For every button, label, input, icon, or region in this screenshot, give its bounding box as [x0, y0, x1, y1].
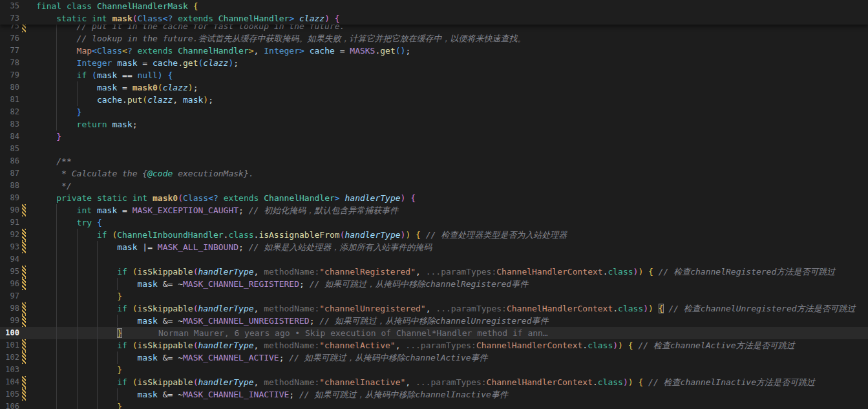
line-number[interactable]: 82 [0, 106, 19, 118]
code-token: mask [138, 353, 158, 362]
code-content [36, 253, 868, 266]
code-line[interactable]: 102mask &= ~MASK_CHANNEL_ACTIVE; // 如果可跳… [0, 351, 868, 364]
indentation [36, 180, 56, 192]
indent-guide [56, 118, 57, 131]
code-line[interactable]: 97} [0, 290, 868, 302]
gutter-modified-marker[interactable] [22, 388, 26, 401]
line-number[interactable]: 97 [0, 290, 19, 302]
code-line[interactable]: 87 * Calculate the {@code executionMask}… [0, 167, 868, 180]
line-number[interactable]: 35 [0, 0, 19, 12]
code-line[interactable]: 95if (isSkippable(handlerType, methodNam… [0, 266, 868, 278]
line-number[interactable]: 88 [0, 180, 19, 192]
code-line[interactable]: 99mask &= ~MASK_CHANNEL_UNREGISTERED; //… [0, 315, 868, 327]
code-line[interactable]: 91try { [0, 216, 868, 229]
gutter-modified-marker[interactable] [22, 229, 26, 241]
line-number[interactable]: 83 [0, 118, 19, 131]
gutter-modified-marker[interactable] [22, 204, 26, 216]
line-number[interactable]: 87 [0, 167, 19, 180]
line-number[interactable]: 78 [0, 57, 19, 69]
line-number[interactable]: 84 [0, 131, 19, 143]
code-line[interactable]: 76// lookup in the future.尝试首先从缓存中获取掩码。如… [0, 32, 868, 45]
line-number[interactable]: 94 [0, 253, 19, 266]
code-token: ) [643, 304, 648, 313]
code-line[interactable]: 106} [0, 401, 868, 409]
code-line[interactable]: 78Integer mask = cache.get(clazz); [0, 57, 868, 69]
code-line[interactable]: 77Map<Class<? extends ChannelHandler>, I… [0, 45, 868, 57]
line-number[interactable]: 90 [0, 204, 19, 216]
sticky-scroll-header[interactable]: 35final class ChannelHandlerMask {73stat… [0, 0, 868, 25]
line-number[interactable]: 98 [0, 302, 19, 315]
code-line[interactable]: 94 [0, 253, 868, 266]
line-number[interactable]: 76 [0, 32, 19, 45]
line-number[interactable]: 79 [0, 69, 19, 81]
line-number[interactable]: 80 [0, 81, 19, 94]
sticky-scroll-line[interactable]: 35final class ChannelHandlerMask { [0, 0, 868, 12]
line-number[interactable]: 89 [0, 192, 19, 204]
sticky-scroll-line[interactable]: 73static int mask(Class<? extends Channe… [0, 12, 868, 25]
git-blame-annotation[interactable]: Norman Maurer, 6 years ago • Skip execut… [158, 328, 548, 338]
code-token [623, 341, 628, 350]
editor-scroll-content[interactable]: 75// put it in the cache for fast lookup… [0, 20, 868, 409]
line-number[interactable]: 104 [0, 376, 19, 388]
code-token: ) [203, 95, 208, 105]
line-number[interactable]: 77 [0, 45, 19, 57]
line-number[interactable]: 86 [0, 155, 19, 167]
code-token: { [410, 193, 416, 203]
code-line[interactable]: 103} [0, 364, 868, 376]
gutter-modified-marker[interactable] [22, 241, 26, 253]
indent-guide [77, 327, 78, 339]
line-number[interactable]: 105 [0, 388, 19, 401]
code-line[interactable]: 83return mask; [0, 118, 868, 131]
code-token: mask0 [153, 193, 178, 203]
code-token: get [183, 58, 198, 68]
code-line[interactable]: 84} [0, 131, 868, 143]
gutter-modified-marker[interactable] [22, 266, 26, 278]
code-token: ) [158, 70, 163, 80]
line-number[interactable]: 85 [0, 143, 19, 155]
line-number[interactable]: 96 [0, 278, 19, 290]
gutter-modified-marker[interactable] [22, 376, 26, 388]
code-line[interactable]: 90int mask = MASK_EXCEPTION_CAUGHT; // 初… [0, 204, 868, 216]
gutter-spacer [22, 32, 26, 45]
line-number[interactable]: 106 [0, 401, 19, 409]
gutter-modified-marker[interactable] [22, 351, 26, 364]
code-line[interactable]: 101if (isSkippable(handlerType, methodNa… [0, 339, 868, 351]
indentation [36, 45, 77, 57]
code-line[interactable]: 82} [0, 106, 868, 118]
code-line[interactable]: 100}Norman Maurer, 6 years ago • Skip ex… [0, 327, 868, 339]
line-number[interactable]: 100 [0, 327, 19, 339]
code-editor[interactable]: 75// put it in the cache for fast lookup… [0, 0, 868, 409]
code-line[interactable]: 81cache.put(clazz, mask); [0, 94, 868, 106]
code-line[interactable]: 88 */ [0, 180, 868, 192]
code-line[interactable]: 105mask &= ~MASK_CHANNEL_INACTIVE; // 如果… [0, 388, 868, 401]
line-number[interactable]: 93 [0, 241, 19, 253]
gutter-modified-marker[interactable] [22, 278, 26, 290]
line-number[interactable]: 73 [0, 12, 19, 25]
line-number[interactable]: 91 [0, 216, 19, 229]
gutter-modified-marker[interactable] [22, 339, 26, 351]
code-line[interactable]: 96mask &= ~MASK_CHANNEL_REGISTERED; // 如… [0, 278, 868, 290]
code-line[interactable]: 80mask = mask0(clazz); [0, 81, 868, 94]
code-line[interactable]: 98if (isSkippable(handlerType, methodNam… [0, 302, 868, 315]
code-line[interactable]: 79if (mask == null) { [0, 69, 868, 81]
code-line[interactable]: 93mask |= MASK_ALL_INBOUND; // 如果是入站处理器，… [0, 241, 868, 253]
code-line[interactable]: 92if (ChannelInboundHandler.class.isAssi… [0, 229, 868, 241]
code-token: if [117, 341, 127, 350]
gutter-modified-marker[interactable] [22, 315, 26, 327]
code-line[interactable]: 104if (isSkippable(handlerType, methodNa… [0, 376, 868, 388]
line-number[interactable]: 95 [0, 266, 19, 278]
line-number[interactable]: 81 [0, 94, 19, 106]
line-number[interactable]: 102 [0, 351, 19, 364]
gutter-modified-marker[interactable] [22, 302, 26, 315]
code-line[interactable]: 86/** [0, 155, 868, 167]
code-token: ChannelHandler [264, 193, 335, 203]
code-token: extends [178, 14, 213, 23]
indent-guide [77, 229, 78, 241]
indent-guide [77, 94, 78, 106]
code-line[interactable]: 85 [0, 143, 868, 155]
line-number[interactable]: 99 [0, 315, 19, 327]
line-number[interactable]: 101 [0, 339, 19, 351]
line-number[interactable]: 92 [0, 229, 19, 241]
line-number[interactable]: 103 [0, 364, 19, 376]
code-line[interactable]: 89private static int mask0(Class<? exten… [0, 192, 868, 204]
